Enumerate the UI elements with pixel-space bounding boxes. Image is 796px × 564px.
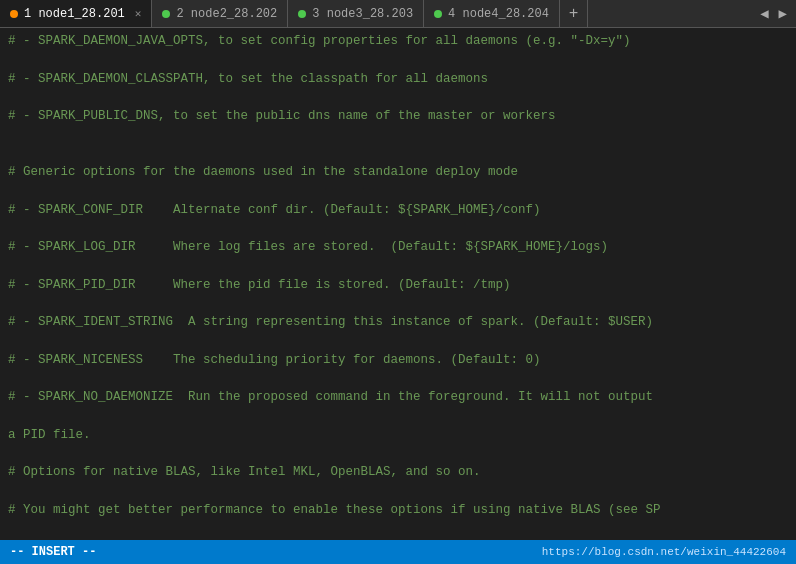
tab-label-node2: 2 node2_28.202 [176,7,277,21]
tab-dot-node2 [162,10,170,18]
tab-bar: 1 node1_28.201 ✕ 2 node2_28.202 3 node3_… [0,0,796,28]
tab-nav-next[interactable]: ▶ [776,5,790,22]
status-bar: -- INSERT -- https://blog.csdn.net/weixi… [0,540,796,564]
editor-line-0: # - SPARK_DAEMON_JAVA_OPTS, to set confi… [8,32,788,51]
tab-dot-node1 [10,10,18,18]
editor-line-2: # - SPARK_PUBLIC_DNS, to set the public … [8,107,788,126]
status-url: https://blog.csdn.net/weixin_44422604 [542,546,786,558]
tab-label-node4: 4 node4_28.204 [448,7,549,21]
editor-line-12: # Options for native BLAS, like Intel MK… [8,463,788,482]
editor-line-13: # You might get better performance to en… [8,501,788,520]
editor-line-10: # - SPARK_NO_DAEMONIZE Run the proposed … [8,388,788,407]
tab-nav: ◀ ▶ [751,5,796,22]
tab-node2[interactable]: 2 node2_28.202 [152,0,288,27]
editor-line-7: # - SPARK_PID_DIR Where the pid file is … [8,276,788,295]
tab-nav-prev[interactable]: ◀ [757,5,771,22]
editor-line-8: # - SPARK_IDENT_STRING A string represen… [8,313,788,332]
tab-label-node1: 1 node1_28.201 [24,7,125,21]
tab-add-button[interactable]: + [560,0,588,27]
tab-node1[interactable]: 1 node1_28.201 ✕ [0,0,152,27]
tab-dot-node3 [298,10,306,18]
tab-node4[interactable]: 4 node4_28.204 [424,0,560,27]
editor-line-4: # Generic options for the daemons used i… [8,163,788,182]
tab-node3[interactable]: 3 node3_28.203 [288,0,424,27]
editor-mode: -- INSERT -- [10,545,96,559]
editor-line-1: # - SPARK_DAEMON_CLASSPATH, to set the c… [8,70,788,89]
editor-line-5: # - SPARK_CONF_DIR Alternate conf dir. (… [8,201,788,220]
tab-label-node3: 3 node3_28.203 [312,7,413,21]
editor-line-9: # - SPARK_NICENESS The scheduling priori… [8,351,788,370]
tab-dot-node4 [434,10,442,18]
editor-area[interactable]: # - SPARK_DAEMON_JAVA_OPTS, to set confi… [0,28,796,540]
editor-line-11: a PID file. [8,426,788,445]
editor-line-6: # - SPARK_LOG_DIR Where log files are st… [8,238,788,257]
tab-close-node1[interactable]: ✕ [135,7,142,20]
